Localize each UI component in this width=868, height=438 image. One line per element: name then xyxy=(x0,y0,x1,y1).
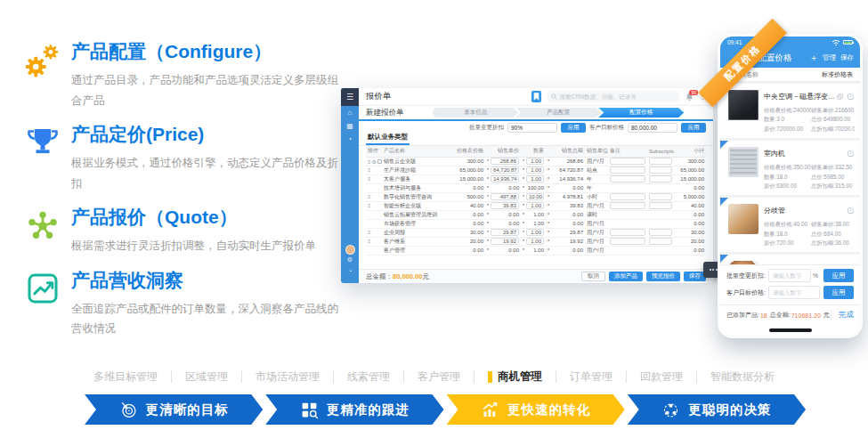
unit_price-cell[interactable]: 268.86 xyxy=(489,157,521,166)
ops-cell[interactable]: ≡ xyxy=(366,166,382,174)
bell-icon[interactable]: 99 xyxy=(685,93,694,101)
unit_price-input[interactable]: 19.92 xyxy=(491,238,519,245)
subscription-input[interactable] xyxy=(649,158,672,165)
unit_price-input[interactable]: 39.83 xyxy=(491,202,519,209)
subscription-input[interactable] xyxy=(649,193,672,200)
qty-input[interactable]: 1.00 xyxy=(526,202,544,209)
ops-cell[interactable] xyxy=(366,210,382,219)
note-input[interactable] xyxy=(610,175,645,182)
unit_price-cell[interactable]: 19.92 xyxy=(489,237,521,246)
save-button[interactable]: 保存 xyxy=(840,53,854,62)
mobile-target-input[interactable] xyxy=(768,286,820,299)
table-row[interactable]: ≡客户维系20.00*19.92*1.00*19.92用户/月20.00 xyxy=(366,237,706,246)
unit_price-input[interactable]: 268.86 xyxy=(491,158,519,165)
help-icon[interactable]: ◔ xyxy=(348,265,352,276)
subscription-input[interactable] xyxy=(649,202,672,209)
subscription-input[interactable] xyxy=(649,175,672,182)
qty-cell[interactable]: 1.00 xyxy=(524,157,546,166)
done-button[interactable]: 完成 xyxy=(831,309,854,321)
subscription-cell[interactable] xyxy=(647,157,674,166)
mobile-bulk-input[interactable] xyxy=(768,269,811,282)
subscription-cell[interactable] xyxy=(647,166,674,174)
table-row[interactable]: ≡⚙▾销售云企业版300.00*268.86*1.00*268.86用户/月30… xyxy=(366,157,706,166)
mobile-apply-discount-button[interactable]: 应用 xyxy=(823,269,854,282)
unit_price-input[interactable]: 14,936.74 xyxy=(491,175,519,182)
note-cell[interactable] xyxy=(608,210,647,219)
edit-icon[interactable] xyxy=(847,202,855,218)
gear-icon[interactable]: ⚙ xyxy=(347,255,353,265)
table-row[interactable]: ≡智能分析企业版40.00*39.83*1.00*39.83用户/月40.00 xyxy=(366,201,706,210)
table-row[interactable]: ≡大客户服务15,000.00*14,936.74*1.00*14,936.74… xyxy=(366,174,706,183)
chart-nav-icon[interactable]: ▦ xyxy=(346,119,353,133)
action-button[interactable]: 预览报价 xyxy=(646,272,680,281)
nav-item-6[interactable]: 商机管理 xyxy=(475,369,556,385)
ops-cell[interactable]: ≡ xyxy=(366,228,382,237)
apply-discount-button[interactable]: 应用 xyxy=(561,123,586,133)
bulk-discount-input[interactable] xyxy=(507,123,557,133)
mobile-apply-target-button[interactable]: 应用 xyxy=(823,286,854,299)
qty-cell[interactable]: 1.00 xyxy=(524,174,546,183)
subscription-input[interactable] xyxy=(649,229,672,236)
unit_price-cell[interactable]: 0.00 xyxy=(489,219,521,228)
note-cell[interactable] xyxy=(608,228,647,237)
nav-item-3[interactable]: 市场活动管理 xyxy=(242,369,333,385)
note-cell[interactable] xyxy=(608,183,647,192)
note-cell[interactable] xyxy=(608,246,647,255)
table-row[interactable]: 市场获客管理0.00*0.00*1.00*0.00用户/月0.00 xyxy=(366,219,706,228)
apply-target-button[interactable]: 应用 xyxy=(681,123,706,133)
ops-cell[interactable]: ≡ xyxy=(366,201,382,210)
product-card[interactable]: 室内机价格表价格:350.00销售单价:332.50数量:18.0总价:5985… xyxy=(720,141,860,195)
edit-icon[interactable] xyxy=(847,88,855,104)
nav-item-2[interactable]: 区域管理 xyxy=(172,369,241,385)
qty-input[interactable]: 1.00 xyxy=(526,229,544,236)
ops-cell[interactable] xyxy=(366,219,382,228)
table-row[interactable]: ≡生产环境沙箱65,000.00*64,720.87*1.00*64,720.8… xyxy=(366,166,706,174)
nav-item-7[interactable]: 订单管理 xyxy=(556,369,626,385)
manage-button[interactable]: 管理 xyxy=(823,53,836,62)
subscription-input[interactable] xyxy=(649,238,672,245)
qty-cell[interactable]: 1.00 xyxy=(524,246,546,255)
product-card[interactable]: 中央空调－磁悬浮变频...价格表价格:240000..销售单价:216600.0… xyxy=(720,84,860,138)
qty-input[interactable]: 1.00 xyxy=(526,158,544,165)
qty-cell[interactable]: 100.00 xyxy=(524,183,546,192)
subscription-cell[interactable] xyxy=(647,246,674,255)
menu-icon[interactable]: ☰ xyxy=(341,88,359,106)
table-row[interactable]: ≡数字化销售管理咨询500.00*497.88*10.00*4,978.81小时… xyxy=(366,192,706,201)
product-card[interactable]: 铜管价格表价格:58.00销售单价:55.10数量:60.0总价:3306.00… xyxy=(720,255,860,264)
tab-default-business-type[interactable]: 默认业务类型 xyxy=(366,133,410,145)
qty-input[interactable]: 10.00 xyxy=(526,193,544,200)
table-row[interactable]: 销售云拓展管理员培训0.00*0.00*1.00*0.00课时0.00 xyxy=(366,210,706,219)
table-row[interactable]: ≡企业周报30.00*29.87*1.00*29.87用户/月30.00 xyxy=(366,228,706,237)
note-cell[interactable] xyxy=(608,237,647,246)
table-row[interactable]: 客户管理0.00*0.00*1.00*0.00用户/月0.00 xyxy=(366,246,706,255)
subscription-cell[interactable] xyxy=(647,201,674,210)
subscription-cell[interactable] xyxy=(647,237,674,246)
ops-cell[interactable]: ≡ xyxy=(366,192,382,201)
unit_price-input[interactable]: 497.88 xyxy=(491,193,519,200)
subscription-cell[interactable] xyxy=(647,183,674,192)
unit_price-cell[interactable]: 497.88 xyxy=(489,192,521,201)
qty-input[interactable]: 1.00 xyxy=(526,175,544,182)
unit_price-input[interactable]: 64,720.87 xyxy=(491,166,519,174)
unit_price-input[interactable]: 29.87 xyxy=(491,229,519,236)
subscription-cell[interactable] xyxy=(647,192,674,201)
target-price-input[interactable] xyxy=(628,123,677,133)
subscription-input[interactable] xyxy=(649,166,672,174)
new-feature-badge-icon[interactable] xyxy=(531,91,541,102)
ops-cell[interactable]: ≡⚙▾ xyxy=(366,157,382,166)
cancel-button[interactable]: 取消 xyxy=(581,272,605,281)
note-input[interactable] xyxy=(610,166,645,174)
nav-item-9[interactable]: 智能数据分析 xyxy=(697,369,788,385)
note-input[interactable] xyxy=(610,229,645,236)
qty-cell[interactable]: 1.00 xyxy=(524,201,546,210)
subscription-cell[interactable] xyxy=(647,174,674,183)
unit_price-cell[interactable]: 0.00 xyxy=(489,183,521,192)
unit_price-cell[interactable]: 0.00 xyxy=(489,210,521,219)
product-card[interactable]: 分歧管价格表价格:40.00销售单价:38.00数量:18.0总价:684.00… xyxy=(720,198,860,252)
action-button[interactable]: 添加产品 xyxy=(609,272,643,281)
unit_price-cell[interactable]: 14,936.74 xyxy=(489,174,521,183)
nav-item-8[interactable]: 回款管理 xyxy=(627,369,696,385)
qty-cell[interactable]: 10.00 xyxy=(524,192,546,201)
qty-cell[interactable]: 1.00 xyxy=(524,228,546,237)
qty-cell[interactable]: 1.00 xyxy=(524,166,546,174)
